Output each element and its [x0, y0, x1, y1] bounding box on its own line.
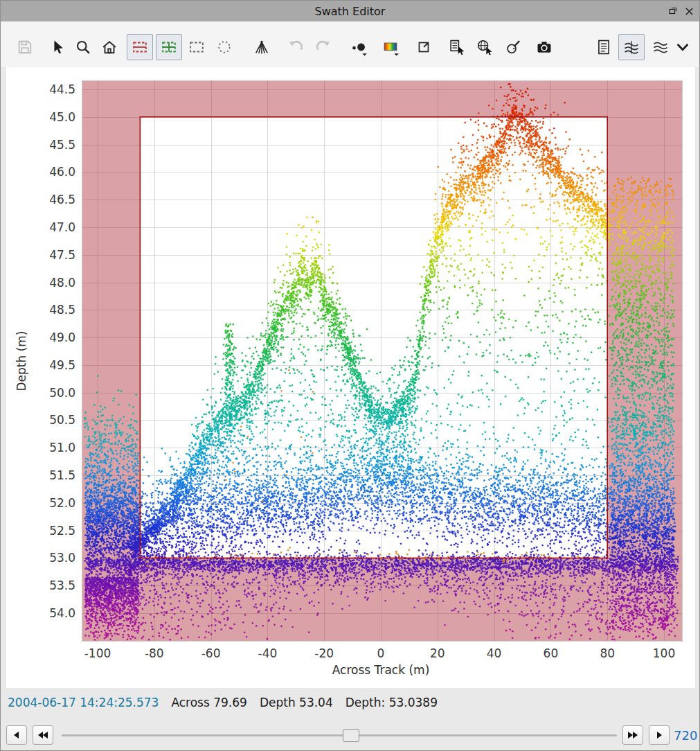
fast-forward-button[interactable] — [622, 725, 643, 745]
home-button[interactable] — [96, 34, 123, 60]
x-tick-label: 0 — [377, 646, 385, 660]
pick-info-button[interactable] — [444, 34, 470, 60]
select-cursor-button[interactable] — [44, 34, 70, 60]
more-tools-button[interactable] — [671, 34, 694, 60]
undo-button[interactable] — [283, 34, 309, 60]
y-tick-label: 54.0 — [12, 606, 75, 620]
window-title: Swath Editor — [315, 5, 386, 18]
x-tick-label: -100 — [84, 646, 111, 660]
y-tick-label: 52.0 — [12, 495, 75, 509]
select-across-line-icon — [131, 38, 149, 56]
y-tick-label: 45.5 — [12, 137, 75, 151]
color-map-button[interactable] — [377, 34, 404, 60]
y-tick-label: 51.5 — [12, 468, 75, 482]
y-tick-label: 53.0 — [12, 551, 75, 565]
x-tick-label: -80 — [145, 646, 164, 660]
save-button[interactable] — [12, 34, 38, 60]
cursor-icon — [48, 38, 66, 56]
ping-controls: 720 — [1, 723, 699, 751]
close-button[interactable] — [685, 7, 694, 16]
prev-ping-button[interactable] — [6, 725, 27, 745]
y-tick-label: 47.0 — [12, 220, 75, 234]
ping-counter: 720 — [674, 728, 697, 743]
swath-stack-view-button[interactable] — [647, 34, 674, 60]
x-tick-label: -40 — [258, 646, 278, 660]
fast-rewind-icon — [37, 730, 49, 741]
zoom-window-button[interactable] — [411, 34, 437, 60]
status-depth-precise: Depth: 53.0389 — [345, 696, 438, 709]
y-tick-label: 45.0 — [12, 109, 75, 123]
select-lasso-button[interactable] — [211, 34, 237, 60]
zoom-icon — [74, 38, 92, 56]
next-icon — [654, 730, 665, 741]
pick-info-icon — [448, 38, 466, 56]
x-tick-label: -20 — [314, 646, 334, 660]
float-window-icon — [668, 6, 678, 16]
zoom-button[interactable] — [70, 34, 96, 60]
swath-editor-window: Swath Editor — [0, 0, 700, 751]
swath-canvas[interactable] — [82, 80, 683, 642]
status-across: Across 79.69 — [171, 696, 246, 709]
y-tick-label: 47.5 — [12, 247, 75, 261]
prev-icon — [11, 730, 22, 741]
color-map-icon — [382, 38, 400, 56]
draw-annotation-button[interactable] — [501, 34, 527, 60]
y-tick-label: 46.5 — [12, 193, 75, 206]
float-window-button[interactable] — [668, 6, 678, 16]
select-add-box-icon — [160, 38, 178, 56]
swath-profile-view-icon — [622, 38, 640, 56]
y-tick-label: 48.0 — [12, 275, 75, 289]
slider-handle[interactable] — [343, 729, 359, 742]
y-tick-label: 49.0 — [12, 330, 75, 344]
status-timestamp: 2004-06-17 14:24:25.573 — [8, 696, 159, 709]
x-tick-label: 60 — [544, 646, 559, 660]
fast-rewind-button[interactable] — [33, 725, 53, 745]
select-lasso-icon — [215, 38, 233, 56]
y-tick-label: 49.5 — [12, 357, 75, 371]
redo-icon — [314, 38, 332, 56]
x-tick-label: 100 — [653, 646, 675, 660]
status-bar: 2004-06-17 14:24:25.573 Across 79.69 Dep… — [8, 696, 438, 709]
zoom-window-icon — [415, 38, 433, 56]
camera-icon — [535, 38, 553, 56]
report-button[interactable] — [591, 34, 617, 60]
y-tick-label: 44.5 — [12, 82, 75, 96]
select-add-box-button[interactable] — [156, 34, 182, 60]
y-tick-label: 50.0 — [12, 385, 75, 399]
status-depth: Depth 53.04 — [260, 696, 333, 709]
draw-annotation-icon — [505, 38, 523, 56]
swath-plot-panel: Depth (m) Across Track (m) -100-80-60-40… — [6, 67, 695, 688]
select-across-line-button[interactable] — [127, 34, 153, 60]
x-axis-label: Across Track (m) — [332, 663, 430, 677]
select-box-button[interactable] — [183, 34, 210, 60]
select-box-icon — [188, 38, 206, 56]
pick-geo-icon — [476, 38, 494, 56]
home-icon — [100, 38, 118, 56]
y-tick-label: 51.0 — [12, 441, 75, 454]
x-tick-label: 80 — [600, 646, 615, 660]
fast-forward-icon — [627, 730, 639, 741]
beam-fan-button[interactable] — [249, 34, 275, 60]
y-tick-label: 52.5 — [12, 523, 75, 537]
swath-stack-view-icon — [652, 38, 670, 56]
pick-geo-button[interactable] — [472, 34, 498, 60]
snapshot-button[interactable] — [531, 34, 557, 60]
redo-button[interactable] — [309, 34, 336, 60]
slider-track[interactable] — [62, 734, 617, 736]
y-tick-label: 53.5 — [12, 578, 75, 592]
toolbar — [1, 21, 699, 67]
x-tick-label: 20 — [430, 646, 445, 660]
report-icon — [595, 38, 613, 56]
close-icon — [685, 7, 694, 16]
chevron-down-icon — [674, 39, 691, 55]
y-tick-label: 50.5 — [12, 413, 75, 427]
next-ping-button[interactable] — [649, 725, 670, 745]
swath-profile-view-button[interactable] — [618, 34, 645, 60]
y-tick-label: 48.5 — [12, 303, 75, 317]
ping-slider[interactable] — [62, 725, 617, 745]
x-tick-label: -60 — [201, 646, 221, 660]
beam-fan-icon — [253, 38, 271, 56]
undo-icon — [287, 38, 305, 56]
point-size-button[interactable] — [345, 34, 372, 60]
titlebar[interactable]: Swath Editor — [1, 1, 699, 21]
